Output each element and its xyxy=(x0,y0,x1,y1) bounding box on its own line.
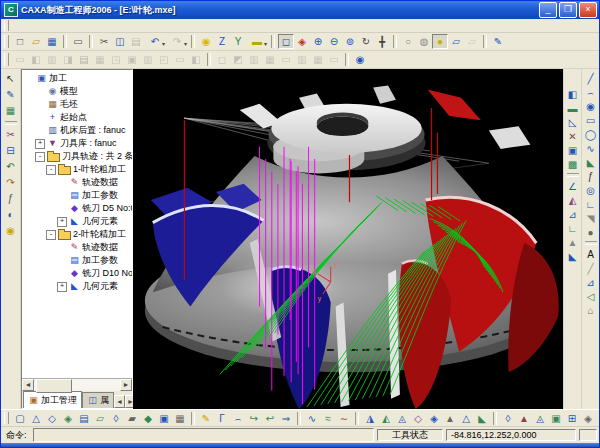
toolbar2-btn-20[interactable]: ▭ xyxy=(326,52,342,67)
toolbar2-btn-6[interactable]: ▦ xyxy=(92,52,108,67)
toolbar2-btn-16[interactable]: ▦ xyxy=(262,52,278,67)
command-input[interactable] xyxy=(33,428,374,442)
select-cursor-button[interactable]: ↖ xyxy=(3,71,19,86)
feature-tool-7[interactable]: ∠ xyxy=(565,179,580,193)
tree-item-model[interactable]: ◉ 模型 xyxy=(24,85,132,98)
curve-arc-button[interactable]: ⌢ xyxy=(230,411,246,426)
transform-op-5[interactable]: ⊞ xyxy=(564,411,580,426)
scrollbar-thumb[interactable] xyxy=(36,379,72,393)
tree-item-geometry-2[interactable]: + ◣ 几何元素 xyxy=(24,280,132,293)
toolbar-grip[interactable] xyxy=(4,53,9,67)
solid-revolve-button[interactable]: ▰ xyxy=(124,411,140,426)
minimize-button[interactable]: _ xyxy=(539,2,557,18)
polyline-tool-button[interactable]: ∟ xyxy=(583,197,598,211)
line-tool-button[interactable]: ╱ xyxy=(583,71,598,85)
tree-item-machining-root[interactable]: ▣ 加工 xyxy=(24,72,132,85)
close-button[interactable]: × xyxy=(579,2,597,18)
toolbar2-btn-19[interactable]: ▦ xyxy=(310,52,326,67)
text-tool-button[interactable]: A xyxy=(583,247,598,261)
perspective-1-button[interactable]: ▱ xyxy=(448,34,464,49)
open-file-button[interactable]: ▱ xyxy=(28,34,44,49)
circle-tool-button[interactable]: ◉ xyxy=(583,99,598,113)
menu-edit[interactable] xyxy=(26,25,40,27)
viewport-3d[interactable]: x y z xyxy=(133,69,563,409)
scroll-right-button[interactable]: ► xyxy=(120,379,132,391)
tree-expander[interactable]: + xyxy=(57,217,67,227)
feature-tool-2[interactable]: ▬ xyxy=(565,101,580,115)
fill-tool-button[interactable]: ◥ xyxy=(583,211,598,225)
menu-model[interactable] xyxy=(54,25,68,27)
solid-cone-button[interactable]: △ xyxy=(28,411,44,426)
layer-button[interactable]: ▬ xyxy=(246,34,268,49)
filter-button[interactable]: Y xyxy=(230,34,246,49)
toolbar-grip[interactable] xyxy=(4,412,9,425)
tree-expander[interactable]: - xyxy=(46,165,56,175)
sketch-pen-button[interactable]: ✎ xyxy=(490,34,506,49)
feature-tool-1[interactable]: ◧ xyxy=(565,87,580,101)
ellipse-tool-button[interactable]: ◯ xyxy=(583,127,598,141)
copy-button[interactable]: ◫ xyxy=(112,34,128,49)
spline-tool-button[interactable]: ∿ xyxy=(583,141,598,155)
spline-fit-button[interactable]: ∿ xyxy=(304,411,320,426)
menu-machining[interactable] xyxy=(68,25,82,27)
perspective-2-button[interactable]: ▱ xyxy=(464,34,480,49)
zoom-window-button[interactable]: ⊚ xyxy=(342,34,358,49)
restore-button[interactable]: ❐ xyxy=(559,2,577,18)
toolbar2-btn-14[interactable]: ◩ xyxy=(230,52,246,67)
toolbar2-btn-3[interactable]: ▥ xyxy=(44,52,60,67)
curve-extend-button[interactable]: ↪ xyxy=(246,411,262,426)
solid-chamfer-button[interactable]: ▣ xyxy=(156,411,172,426)
toolbar2-btn-5[interactable]: ▤ xyxy=(76,52,92,67)
tree-item-rough-machining[interactable]: - 1-叶轮粗加工 xyxy=(24,163,132,176)
sphere-tool-button[interactable]: ● xyxy=(583,225,598,239)
tab-scroll-left-button[interactable]: ◄ xyxy=(114,395,125,408)
menu-settings[interactable] xyxy=(96,25,110,27)
tree-expander[interactable]: - xyxy=(35,152,45,162)
tree-expander[interactable]: - xyxy=(46,230,56,240)
solid-sweep-button[interactable]: ◊ xyxy=(108,411,124,426)
curve-corner-button[interactable]: Γ xyxy=(214,411,230,426)
surface-op-1[interactable]: ◮ xyxy=(362,411,378,426)
spin-tool-button[interactable]: ◉ xyxy=(352,52,368,67)
tree-item-geometry-1[interactable]: + ◣ 几何元素 xyxy=(24,215,132,228)
solid-extrude-button[interactable]: ▤ xyxy=(76,411,92,426)
surface-op-7[interactable]: △ xyxy=(458,411,474,426)
hidden-line-display-button[interactable]: ◍ xyxy=(416,34,432,49)
tab-machining-manager[interactable]: ▣ 加工管理 xyxy=(23,391,82,408)
toolbar2-btn-8[interactable]: ▣ xyxy=(124,52,140,67)
solid-box-button[interactable]: ▢ xyxy=(12,411,28,426)
spline-edit-button[interactable]: ∼ xyxy=(336,411,352,426)
new-window-button[interactable]: ◻ xyxy=(278,34,294,49)
tree-horizontal-scrollbar[interactable]: ◄ ► xyxy=(22,378,132,391)
menu-comm[interactable] xyxy=(110,25,124,27)
list-tool-button[interactable]: ⊟ xyxy=(3,143,19,158)
light-button[interactable]: ◉ xyxy=(198,34,214,49)
surface-op-3[interactable]: ◬ xyxy=(394,411,410,426)
menu-help[interactable] xyxy=(124,25,138,27)
profile-tool-button[interactable]: ⌂ xyxy=(583,303,598,317)
tree-item-parameters-2[interactable]: ▤ 加工参数 xyxy=(24,254,132,267)
feature-tool-8[interactable]: ◭ xyxy=(565,193,580,207)
tree-expander[interactable]: + xyxy=(57,282,67,292)
chamfer-tool-button[interactable]: ⊿ xyxy=(583,275,598,289)
toolbar2-btn-10[interactable]: ◰ xyxy=(156,52,172,67)
title-bar[interactable]: C CAXA制造工程师2006 - [E:\叶轮.mxe] _ ❐ × xyxy=(1,1,599,19)
toolbar2-btn-12[interactable]: ◧ xyxy=(188,52,204,67)
feature-tool-4[interactable]: ✕ xyxy=(565,129,580,143)
curve-return-button[interactable]: ↩ xyxy=(262,411,278,426)
toolbar-grip[interactable] xyxy=(4,20,9,30)
point-tool-button[interactable]: ◎ xyxy=(583,183,598,197)
redo-button[interactable]: ↷ xyxy=(166,34,188,49)
surface-op-4[interactable]: ◇ xyxy=(410,411,426,426)
formula-curve-button[interactable]: ƒ xyxy=(583,169,598,183)
toolbar2-btn-18[interactable]: ▥ xyxy=(294,52,310,67)
curve-arrow-button[interactable]: ⇒ xyxy=(278,411,294,426)
surface-op-8[interactable]: ◣ xyxy=(474,411,490,426)
scroll-left-button[interactable]: ◄ xyxy=(22,379,34,391)
toolbar2-btn-11[interactable]: ▭ xyxy=(172,52,188,67)
cut-button[interactable]: ✂ xyxy=(96,34,112,49)
surface-op-5[interactable]: ◈ xyxy=(426,411,442,426)
toolbar2-btn-15[interactable]: ▥ xyxy=(246,52,262,67)
transform-op-3[interactable]: ◬ xyxy=(532,411,548,426)
solid-cylinder-button[interactable]: ◇ xyxy=(44,411,60,426)
